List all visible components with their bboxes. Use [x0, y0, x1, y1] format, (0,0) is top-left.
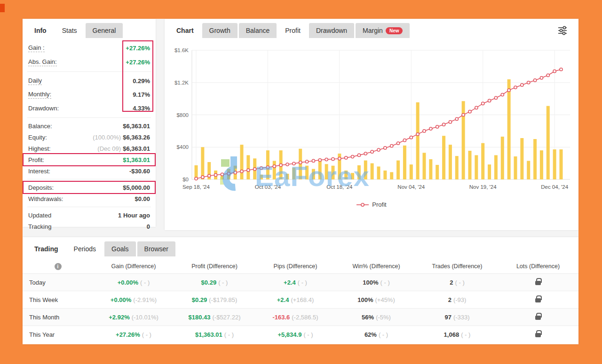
profit-line-marker	[455, 117, 458, 120]
profit-bar	[540, 150, 543, 179]
chart-settings-icon[interactable]	[557, 25, 568, 38]
cell-main-value: 1,068	[444, 331, 459, 338]
cell-diff-value: ( - )	[224, 331, 234, 338]
cell-main-value: 62%	[364, 331, 377, 338]
stat-value-main: 0.29%	[133, 77, 150, 85]
profit-bar	[325, 164, 328, 179]
tab-stats[interactable]: Stats	[55, 23, 84, 38]
tab-trading[interactable]: Trading	[27, 241, 65, 256]
value-cell: 1,068( - )	[417, 331, 498, 338]
cell-diff-value: (-$527.22)	[213, 314, 241, 321]
tab-drawdown[interactable]: Drawdown	[309, 23, 354, 38]
profit-bar	[403, 146, 406, 179]
tab-browser[interactable]: Browser	[137, 241, 175, 256]
cell-main-value: +5,834.9	[277, 331, 301, 338]
profit-bar	[462, 101, 465, 179]
stat-row: Equity:(100.00%)$6,363.26	[28, 132, 150, 143]
stat-value-main: 4.33%	[133, 105, 150, 112]
info-icon[interactable]: i	[55, 263, 62, 270]
cell-main-value: $0.29	[201, 279, 217, 286]
row-label: This Week	[23, 296, 93, 303]
tab-growth[interactable]: Growth	[202, 23, 238, 38]
profit-bar	[494, 155, 498, 179]
tab-chart[interactable]: Chart	[169, 23, 201, 38]
profit-bar	[351, 173, 354, 179]
tab-general[interactable]: General	[86, 23, 123, 38]
profit-line-marker	[260, 167, 262, 170]
profit-line-marker	[429, 127, 432, 130]
tab-profit[interactable]: Profit	[278, 23, 308, 38]
stat-value: $0.00	[135, 195, 150, 202]
cell-main-value: +0.00%	[118, 279, 138, 286]
profit-bar	[475, 155, 478, 179]
legend-item-profit[interactable]: Profit	[165, 201, 578, 208]
column-header: Trades (Difference)	[417, 263, 498, 270]
stat-row: Daily0.29%	[28, 74, 150, 88]
tab-label: Info	[34, 27, 47, 34]
cell-main-value: -163.6	[272, 314, 290, 321]
stat-value-main: +27.26%	[126, 59, 150, 66]
stat-row: Profit:$1,363.01	[24, 154, 155, 165]
profit-bar	[436, 165, 439, 179]
cell-diff-value: (-93)	[453, 296, 466, 303]
table-row: This Week+0.00%(-2.91%)$0.29(-$179.85)+2…	[23, 291, 578, 308]
tab-balance[interactable]: Balance	[239, 23, 277, 38]
profit-bar	[449, 145, 452, 179]
tab-label: Stats	[62, 27, 77, 34]
cell-diff-value: (-$179.85)	[209, 296, 237, 303]
column-header: Lots (Difference)	[498, 263, 578, 270]
stat-value-main: $0.00	[135, 195, 150, 202]
x-tick-label: Nov 04, '24	[397, 184, 425, 190]
y-tick-label: $0	[182, 177, 189, 182]
cell-diff-value: ( - )	[455, 279, 465, 286]
tab-label: Profit	[285, 27, 301, 34]
divider	[27, 179, 151, 179]
stat-label: Updated	[28, 212, 51, 219]
tab-info[interactable]: Info	[27, 23, 54, 38]
meta-section: Updated1 Hour agoTracking0	[28, 209, 150, 232]
profit-bar	[442, 136, 445, 179]
periods-table: iGain (Difference)Profit (Difference)Pip…	[23, 259, 578, 343]
tab-goals[interactable]: Goals	[104, 241, 136, 256]
value-cell: $0.29( - )	[174, 279, 255, 286]
tab-periods[interactable]: Periods	[67, 241, 103, 256]
profit-line-marker	[560, 68, 562, 71]
cell-diff-value: ( - )	[380, 279, 390, 286]
value-cell: 62%( - )	[336, 331, 417, 338]
tab-label: Browser	[144, 245, 168, 253]
stat-label: Highest:	[28, 145, 51, 152]
tab-label: General	[93, 27, 116, 34]
stat-row: Highest:(Dec 09)$6,363.01	[28, 143, 150, 154]
row-label: Today	[23, 279, 93, 286]
tab-label: Margin	[363, 27, 383, 34]
stat-label: Withdrawals:	[28, 195, 63, 202]
stat-value-main: +27.26%	[126, 45, 150, 52]
profit-bar	[285, 174, 289, 179]
profit-bar	[422, 153, 426, 179]
value-cell: +2.92%(-10.01%)	[93, 314, 174, 321]
stat-value: +27.26%	[126, 59, 150, 66]
stat-value-main: $6,363.01	[123, 145, 150, 152]
stat-label: Abs. Gain:	[28, 58, 57, 66]
stat-value-main: 0	[147, 223, 150, 230]
value-cell: +0.00%(-2.91%)	[93, 296, 174, 303]
cell-diff-value: (+168.4)	[291, 296, 314, 303]
tab-label: Goals	[111, 245, 129, 253]
deposits-section: Deposits:$5,000.00Withdrawals:$0.00	[28, 182, 150, 204]
cell-main-value: +2.4	[277, 296, 289, 303]
profit-bar	[357, 165, 361, 179]
value-cell: 2(-93)	[417, 296, 498, 303]
lock-icon	[535, 281, 541, 285]
profit-line-marker	[436, 125, 439, 128]
profit-bar	[527, 161, 530, 179]
tab-label: Chart	[176, 27, 194, 34]
profit-bar	[371, 163, 374, 179]
table-row: This Year+27.26%( - )$1,363.01( - )+5,83…	[23, 325, 578, 343]
profit-line-marker	[403, 139, 406, 142]
stat-row: Drawdown:4.33%	[28, 101, 150, 115]
locked-cell	[498, 313, 578, 321]
column-header: Profit (Difference)	[174, 263, 255, 270]
tab-margin[interactable]: MarginNew	[356, 23, 410, 38]
row-label: This Year	[23, 331, 93, 338]
cell-main-value: $180.43	[189, 314, 211, 321]
